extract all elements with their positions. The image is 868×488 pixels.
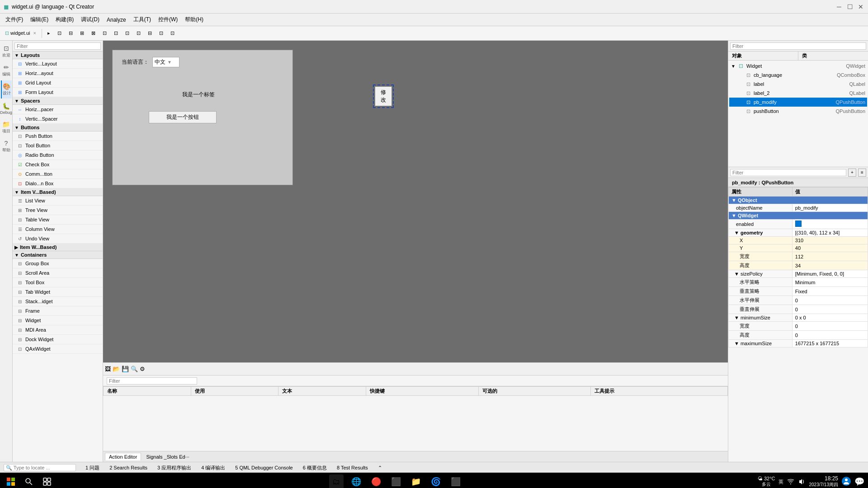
toolbar-btn-6[interactable]: ⊡ — [99, 29, 110, 38]
widget-undo-view[interactable]: ↺ Undo View — [13, 234, 103, 244]
sidebar-project[interactable]: 📁 项目 — [1, 118, 12, 136]
prop-filter-input[interactable] — [730, 169, 846, 176]
sidebar-design[interactable]: 🎨 设计 — [1, 80, 12, 99]
menu-build[interactable]: 构建(B) — [52, 15, 77, 24]
toolbar-btn-4[interactable]: ⊞ — [77, 29, 87, 38]
prop-val-minheight[interactable]: 0 — [792, 331, 868, 340]
sidebar-welcome[interactable]: ⊡ 欢迎 — [1, 42, 12, 61]
output-tab-app-output[interactable]: 3 应用程序输出 — [153, 463, 195, 472]
maxsize-expand[interactable]: ▼ — [734, 341, 741, 346]
widget-tab-widget[interactable]: ⊟ Tab Widget — [13, 287, 103, 297]
locate-input[interactable] — [4, 464, 76, 471]
menu-debug[interactable]: 调试(D) — [77, 15, 103, 24]
toolbar-btn-9[interactable]: ⊡ — [133, 29, 144, 38]
widget-tool-button[interactable]: ⊡ Tool Button — [13, 141, 103, 150]
output-tab-test[interactable]: 8 Test Results — [333, 464, 372, 471]
start-button[interactable] — [4, 474, 18, 488]
widget-command-button[interactable]: ⊙ Comm...tton — [13, 169, 103, 179]
widget-qax-widget[interactable]: ⊡ QAxWidget — [13, 344, 103, 354]
widget-canvas[interactable]: 当前语言： 中文 ▼ 修 改 我是一个标签 我是一个按钮 — [112, 50, 293, 185]
toolbar-btn-7[interactable]: ⊡ — [111, 29, 121, 38]
widget-widget[interactable]: ⊟ Widget — [13, 316, 103, 325]
canvas-push-button[interactable]: 我是一个按钮 — [149, 111, 217, 123]
category-layouts-header[interactable]: ▼ Layouts — [13, 52, 103, 59]
widget-stacked-widget[interactable]: ⊟ Stack...idget — [13, 297, 103, 306]
output-tab-more[interactable]: ⌃ — [374, 464, 386, 472]
prop-val-hpolicy[interactable]: Minimum — [792, 278, 868, 287]
widget-check-box[interactable]: ☑ Check Box — [13, 160, 103, 169]
close-button[interactable]: ✕ — [857, 3, 864, 10]
widget-grid-layout[interactable]: ⊞ Grid Layout — [13, 78, 103, 88]
widget-table-view[interactable]: ⊟ Table View — [13, 215, 103, 225]
widget-radio-button[interactable]: ◎ Radio Button — [13, 150, 103, 160]
sidebar-help[interactable]: ? 帮助 — [1, 137, 12, 155]
prop-val-y[interactable]: 40 — [792, 244, 868, 252]
taskbar-orange-app[interactable]: ⬛ — [389, 474, 403, 488]
output-tab-general[interactable]: 6 概要信息 — [299, 463, 331, 472]
output-tab-compile[interactable]: 4 编译输出 — [197, 463, 229, 472]
prop-menu-button[interactable]: ≡ — [858, 169, 866, 177]
widget-horiz-spacer[interactable]: ↔ Horiz...pacer — [13, 105, 103, 114]
obj-row-pb-modify[interactable]: ⊡ pb_modify QPushButton — [729, 98, 867, 107]
toolbar-btn-10[interactable]: ⊟ — [145, 29, 155, 38]
widget-vertical-layout[interactable]: ⊟ Vertic...Layout — [13, 59, 103, 69]
obj-row-cb-language[interactable]: ⊡ cb_language QComboBox — [729, 70, 867, 80]
widget-dock-widget[interactable]: ⊟ Dock Widget — [13, 335, 103, 344]
toolbar-btn-2[interactable]: ⊡ — [54, 29, 65, 38]
widget-frame[interactable]: ⊟ Frame — [13, 306, 103, 316]
prop-val-hstretch[interactable]: 0 — [792, 296, 868, 305]
menu-edit[interactable]: 编辑(E) — [27, 15, 52, 24]
toolbar-btn-5[interactable]: ⊠ — [88, 29, 99, 38]
output-tab-search[interactable]: 2 Search Results — [105, 464, 151, 471]
minimize-button[interactable]: ─ — [835, 3, 843, 10]
widget-group-box[interactable]: ⊟ Group Box — [13, 259, 103, 268]
taskbar-browser[interactable]: 🌐 — [349, 474, 363, 488]
ae-btn-1[interactable]: 🖼 — [105, 366, 111, 372]
modify-button[interactable]: 修 改 — [375, 86, 392, 106]
object-filter-input[interactable] — [730, 42, 866, 50]
prop-val-minwidth[interactable]: 0 — [792, 322, 868, 331]
obj-row-widget[interactable]: ▼ ⊡ Widget QWidget — [729, 61, 867, 70]
prop-val-minsize[interactable]: 0 x 0 — [792, 314, 868, 322]
output-tab-qml-debug[interactable]: 5 QML Debugger Console — [231, 464, 297, 471]
obj-row-label2[interactable]: ⊡ label_2 QLabel — [729, 89, 867, 98]
enabled-checkbox[interactable] — [795, 221, 802, 227]
tab-signals-slots[interactable]: Signals _Slots Ed··· — [142, 453, 193, 460]
tab-action-editor[interactable]: Action Editor — [105, 453, 141, 460]
prop-val-x[interactable]: 310 — [792, 237, 868, 244]
prop-val-objectname[interactable]: pb_modify — [792, 204, 868, 212]
ae-btn-5[interactable]: ⚙ — [140, 366, 145, 372]
prop-val-geometry[interactable]: [(310, 40), 112 x 34] — [792, 229, 868, 237]
ae-btn-3[interactable]: 💾 — [122, 366, 129, 372]
taskbar-explorer[interactable]: 📁 — [409, 474, 423, 488]
system-clock[interactable]: 18:25 2023/7/13周四 — [809, 475, 838, 488]
prop-val-vpolicy[interactable]: Fixed — [792, 287, 868, 296]
prop-val-height[interactable]: 34 — [792, 261, 868, 270]
toolbox-filter-input[interactable] — [14, 42, 101, 50]
geometry-expand[interactable]: ▼ — [734, 230, 741, 235]
notification-button[interactable]: 💬 — [854, 477, 864, 487]
widget-form-layout[interactable]: ⊞ Form Layout — [13, 88, 103, 97]
prop-add-button[interactable]: + — [848, 169, 856, 177]
language-indicator[interactable]: 英 — [778, 479, 783, 485]
taskbar-settings[interactable]: ⚙ — [468, 474, 483, 488]
taskbar-edge[interactable]: 🌀 — [429, 474, 443, 488]
category-item-w-header[interactable]: ▶ Item W...Based) — [13, 244, 103, 251]
prop-val-sizepolicy[interactable]: [Minimum, Fixed, 0, 0] — [792, 270, 868, 278]
widget-list-view[interactable]: ☰ List View — [13, 196, 103, 206]
menu-file[interactable]: 文件(F) — [2, 15, 27, 24]
taskbar-red-app[interactable]: 🔴 — [369, 474, 383, 488]
action-filter-input[interactable] — [107, 377, 197, 385]
prop-val-enabled[interactable] — [792, 220, 868, 229]
widget-tree-view[interactable]: ⊞ Tree View — [13, 206, 103, 215]
obj-row-push-button[interactable]: ⊡ pushButton QPushButton — [729, 107, 867, 116]
taskbar-green-app[interactable]: ⬛ — [448, 474, 463, 488]
sidebar-edit[interactable]: ✏ 编辑 — [1, 61, 12, 80]
widget-scroll-area[interactable]: ⊟ Scroll Area — [13, 268, 103, 278]
widget-vert-spacer[interactable]: ↕ Vertic...Spacer — [13, 114, 103, 124]
toolbar-btn-11[interactable]: ⊡ — [156, 29, 166, 38]
toolbar-btn-12[interactable]: ⊡ — [167, 29, 178, 38]
language-combo[interactable]: 中文 ▼ — [152, 57, 179, 67]
category-spacers-header[interactable]: ▼ Spacers — [13, 97, 103, 105]
menu-tools[interactable]: 工具(T) — [130, 15, 155, 24]
